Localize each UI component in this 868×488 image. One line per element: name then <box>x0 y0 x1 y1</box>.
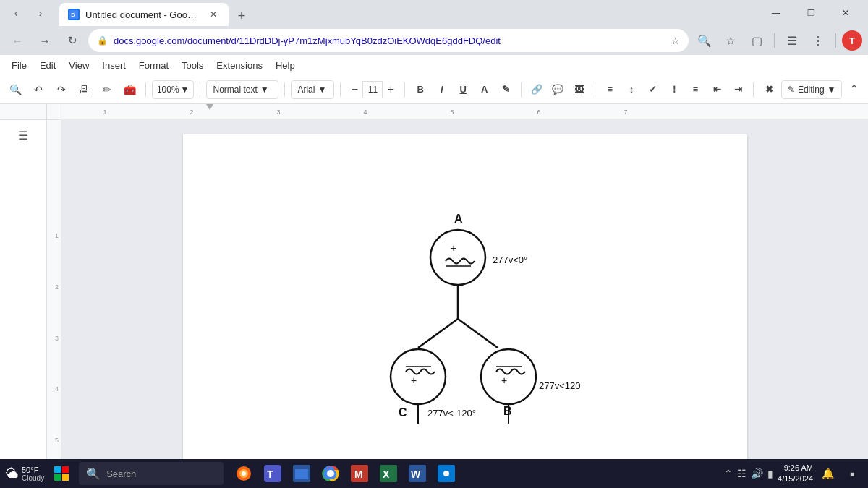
taskbar-app-chrome[interactable] <box>318 461 344 487</box>
menu-insert[interactable]: Insert <box>96 57 132 74</box>
paint-format-button[interactable]: 🧰 <box>119 80 139 100</box>
editing-button[interactable]: ✎ Editing ▼ <box>781 80 843 99</box>
svg-text:5: 5 <box>450 108 454 116</box>
taskbar-app-settings[interactable] <box>433 461 459 487</box>
extensions-icon[interactable]: ▢ <box>745 29 768 52</box>
menu-edit[interactable]: Edit <box>34 57 61 74</box>
sidebar-icon[interactable]: ☰ <box>780 29 804 52</box>
show-desktop-button[interactable]: ■ <box>842 463 862 484</box>
menu-help[interactable]: Help <box>270 57 301 74</box>
taskbar-apps: T M <box>231 461 459 487</box>
taskbar-app-firefox[interactable] <box>231 461 257 487</box>
search-icon[interactable]: 🔍 <box>693 29 716 52</box>
italic-button[interactable]: I <box>433 80 451 99</box>
new-tab-button[interactable]: + <box>231 6 252 26</box>
undo-button[interactable]: ↶ <box>28 80 48 100</box>
bold-button[interactable]: B <box>411 80 430 99</box>
style-selector[interactable]: Normal text ▼ <box>206 80 278 99</box>
svg-text:D: D <box>71 12 75 18</box>
start-button[interactable] <box>48 461 75 487</box>
menu-file[interactable]: File <box>6 57 33 74</box>
checklist-button[interactable]: ✓ <box>644 80 663 99</box>
indent-increase-button[interactable]: ⇥ <box>729 80 748 99</box>
svg-rect-36 <box>295 469 308 479</box>
page-container: + A 277v<0° <box>61 120 868 488</box>
font-size-decrease[interactable]: − <box>346 81 362 98</box>
toolbar-separator-7 <box>595 82 595 97</box>
font-value: Arial <box>297 85 315 95</box>
speaker-icon[interactable]: 🔊 <box>751 468 763 479</box>
document-page[interactable]: + A 277v<0° <box>183 134 747 488</box>
label-b-text: B <box>503 405 512 417</box>
battery-icon[interactable]: ▮ <box>767 468 773 479</box>
active-tab[interactable]: D Untitled document - Google D… ✕ <box>59 3 229 26</box>
link-button[interactable]: 🔗 <box>527 80 546 99</box>
editing-dropdown-icon: ▼ <box>827 85 836 95</box>
taskbar-app-excel[interactable]: X <box>375 461 401 487</box>
label-c-text: C <box>399 406 407 419</box>
bookmark-icon[interactable]: ☆ <box>671 35 680 46</box>
tab-close-button[interactable]: ✕ <box>207 8 220 21</box>
underline-button[interactable]: U <box>454 80 472 99</box>
svg-rect-28 <box>54 474 61 481</box>
taskbar-app-teams[interactable]: T <box>260 461 286 487</box>
taskbar-app-antivirus[interactable]: M <box>346 461 373 487</box>
maximize-button[interactable]: ❐ <box>794 1 827 25</box>
spell-check-button[interactable]: ✏ <box>97 80 116 100</box>
network-icon[interactable]: ☷ <box>737 468 746 479</box>
clear-format-button[interactable]: ✖ <box>760 80 778 99</box>
svg-point-39 <box>328 471 333 476</box>
taskbar-app-word[interactable]: W <box>404 461 430 487</box>
bookmark-star-icon[interactable]: ☆ <box>719 29 742 52</box>
back-button[interactable]: ← <box>6 29 29 52</box>
window-controls-right: — ❐ ✕ <box>760 1 862 25</box>
comment-button[interactable]: 💬 <box>549 80 568 99</box>
zoom-selector[interactable]: 100% ▼ <box>152 80 195 99</box>
font-size-increase[interactable]: + <box>383 81 399 98</box>
reload-button[interactable]: ↻ <box>61 29 84 52</box>
font-size-input[interactable]: 11 <box>362 81 383 98</box>
svg-rect-29 <box>62 474 69 481</box>
forward-button[interactable]: → <box>33 29 56 52</box>
redo-button[interactable]: ↷ <box>51 80 71 100</box>
text-color-button[interactable]: A <box>475 80 494 99</box>
taskbar-time[interactable]: 9:26 AM 4/15/2024 <box>778 463 813 485</box>
numbered-list-button[interactable]: ≡ <box>686 80 705 99</box>
menu-extensions[interactable]: Extensions <box>210 57 268 74</box>
close-button[interactable]: ✕ <box>829 1 862 25</box>
menu-format[interactable]: Format <box>133 57 174 74</box>
label-277v-120: 277v<120 <box>539 380 580 391</box>
search-text: Search <box>106 468 136 479</box>
toolbar-separator-5 <box>404 82 405 97</box>
nav-forward[interactable]: › <box>30 3 51 23</box>
search-tool-button[interactable]: 🔍 <box>6 80 25 100</box>
svg-text:3: 3 <box>276 108 280 116</box>
taskbar-search[interactable]: 🔍 Search <box>79 462 224 485</box>
toolbar-separator-6 <box>521 82 522 97</box>
more-options-icon[interactable]: ⋮ <box>807 29 830 52</box>
taskbar-app-files[interactable] <box>289 461 315 487</box>
zoom-dropdown-icon: ▼ <box>181 85 190 95</box>
url-bar[interactable]: 🔒 docs.google.com/document/d/11DrdDDj-yP… <box>88 29 689 52</box>
bullet-list-button[interactable]: ⁞ <box>665 80 684 99</box>
menu-tools[interactable]: Tools <box>176 57 209 74</box>
profile-icon[interactable]: T <box>842 30 862 51</box>
image-button[interactable]: 🖼 <box>570 80 589 99</box>
line-spacing-button[interactable]: ↕ <box>622 80 641 99</box>
menu-view[interactable]: View <box>63 57 95 74</box>
svg-text:W: W <box>411 468 421 480</box>
indent-decrease-button[interactable]: ⇤ <box>707 80 726 99</box>
outline-icon[interactable]: ☰ <box>18 129 28 142</box>
collapse-toolbar-button[interactable]: ⌃ <box>845 81 862 98</box>
svg-text:7: 7 <box>624 108 627 116</box>
time-display: 9:26 AM <box>778 463 813 474</box>
nav-back[interactable]: ‹ <box>6 3 26 23</box>
minimize-button[interactable]: — <box>760 1 793 25</box>
align-button[interactable]: ≡ <box>601 80 620 99</box>
chevron-up-icon[interactable]: ⌃ <box>724 468 733 479</box>
print-button[interactable]: 🖶 <box>74 80 93 100</box>
highlight-button[interactable]: ✎ <box>497 80 516 99</box>
notification-icon[interactable]: 🔔 <box>817 463 838 484</box>
label-a-text: A <box>454 213 463 225</box>
font-selector[interactable]: Arial ▼ <box>291 80 334 99</box>
